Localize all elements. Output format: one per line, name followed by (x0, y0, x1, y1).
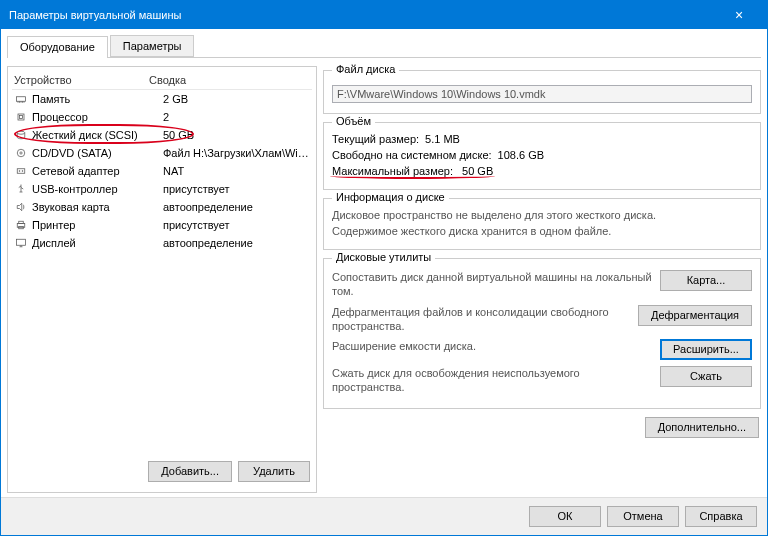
sound-icon (14, 200, 28, 214)
device-row[interactable]: Сетевой адаптерNAT (12, 162, 312, 180)
device-name: Сетевой адаптер (32, 165, 163, 177)
vm-settings-window: Параметры виртуальной машины × Оборудова… (0, 0, 768, 536)
device-row[interactable]: Звуковая картаавтоопределение (12, 198, 312, 216)
close-icon[interactable]: × (719, 7, 759, 23)
info-group-title: Информация о диске (332, 191, 449, 203)
remove-button[interactable]: Удалить (238, 461, 310, 482)
volume-group: Объём Текущий размер: 5.1 MB Свободно на… (323, 122, 761, 190)
header-summary: Сводка (149, 74, 186, 86)
compact-desc: Сжать диск для освобождения неиспользуем… (332, 366, 652, 395)
titlebar: Параметры виртуальной машины × (1, 1, 767, 29)
svg-rect-15 (19, 221, 24, 223)
device-summary: NAT (163, 165, 310, 177)
utilities-group: Дисковые утилиты Сопоставить диск данной… (323, 258, 761, 409)
map-desc: Сопоставить диск данной виртуальной маши… (332, 270, 652, 299)
cd-icon (14, 146, 28, 160)
device-row[interactable]: Принтерприсутствует (12, 216, 312, 234)
dialog-footer: ОК Отмена Справка (1, 497, 767, 535)
device-row[interactable]: Дисплейавтоопределение (12, 234, 312, 252)
device-row[interactable]: Процессор2 (12, 108, 312, 126)
device-name: CD/DVD (SATA) (32, 147, 163, 159)
info-line-1: Дисковое пространство не выделено для эт… (332, 207, 752, 223)
svg-point-13 (22, 170, 24, 172)
device-summary: автоопределение (163, 201, 310, 213)
defrag-button[interactable]: Дефрагментация (638, 305, 752, 326)
volume-group-title: Объём (332, 115, 375, 127)
device-table: Устройство Сводка Память2 GBПроцессор2Же… (12, 71, 312, 455)
device-name: USB-контроллер (32, 183, 163, 195)
svg-rect-7 (20, 116, 23, 119)
advanced-button[interactable]: Дополнительно... (645, 417, 759, 438)
hdd-icon (14, 128, 28, 142)
device-table-header: Устройство Сводка (12, 71, 312, 90)
highlight-underline (330, 173, 495, 179)
device-name: Принтер (32, 219, 163, 231)
free-space-label: Свободно на системном диске: (332, 149, 492, 161)
device-summary: 2 GB (163, 93, 310, 105)
free-space-value: 108.6 GB (498, 149, 544, 161)
tab-strip: Оборудование Параметры (7, 35, 761, 58)
device-name: Дисплей (32, 237, 163, 249)
net-icon (14, 164, 28, 178)
map-button[interactable]: Карта... (660, 270, 752, 291)
cpu-icon (14, 110, 28, 124)
device-summary: Файл H:\Загрузки\Хлам\Win... (163, 147, 310, 159)
device-name: Память (32, 93, 163, 105)
device-row[interactable]: Жесткий диск (SCSI)50 GB (12, 126, 312, 144)
usb-icon (14, 182, 28, 196)
tab-hardware[interactable]: Оборудование (7, 36, 108, 58)
current-size-value: 5.1 MB (425, 133, 460, 145)
device-name: Жесткий диск (SCSI) (32, 129, 163, 141)
ok-button[interactable]: ОК (529, 506, 601, 527)
help-button[interactable]: Справка (685, 506, 757, 527)
cancel-button[interactable]: Отмена (607, 506, 679, 527)
tab-options[interactable]: Параметры (110, 35, 195, 57)
svg-point-10 (20, 152, 22, 154)
content-area: Оборудование Параметры Устройство Сводка… (1, 29, 767, 497)
device-name: Процессор (32, 111, 163, 123)
details-panel: Файл диска Объём Текущий размер: 5.1 MB … (323, 66, 761, 493)
device-row[interactable]: USB-контроллерприсутствует (12, 180, 312, 198)
device-row[interactable]: Память2 GB (12, 90, 312, 108)
svg-point-9 (17, 149, 25, 157)
memory-icon (14, 92, 28, 106)
device-name: Звуковая карта (32, 201, 163, 213)
file-group: Файл диска (323, 70, 761, 114)
svg-point-8 (17, 131, 25, 134)
info-line-2: Содержимое жесткого диска хранится в одн… (332, 223, 752, 239)
device-summary: присутствует (163, 183, 310, 195)
add-button[interactable]: Добавить... (148, 461, 232, 482)
svg-rect-6 (18, 114, 24, 120)
svg-rect-0 (17, 97, 26, 102)
expand-button[interactable]: Расширить... (660, 339, 752, 360)
current-size-label: Текущий размер: (332, 133, 419, 145)
printer-icon (14, 218, 28, 232)
file-group-title: Файл диска (332, 63, 399, 75)
utilities-group-title: Дисковые утилиты (332, 251, 435, 263)
header-device: Устройство (14, 74, 149, 86)
device-row[interactable]: CD/DVD (SATA)Файл H:\Загрузки\Хлам\Win..… (12, 144, 312, 162)
display-icon (14, 236, 28, 250)
svg-rect-17 (17, 239, 26, 245)
compact-button[interactable]: Сжать (660, 366, 752, 387)
device-summary: присутствует (163, 219, 310, 231)
disk-file-path[interactable] (332, 85, 752, 103)
svg-point-12 (19, 170, 21, 172)
defrag-desc: Дефрагментация файлов и консолидации сво… (332, 305, 630, 334)
device-summary: 2 (163, 111, 310, 123)
window-title: Параметры виртуальной машины (9, 9, 719, 21)
info-group: Информация о диске Дисковое пространство… (323, 198, 761, 250)
device-summary: 50 GB (163, 129, 310, 141)
device-summary: автоопределение (163, 237, 310, 249)
device-panel: Устройство Сводка Память2 GBПроцессор2Же… (7, 66, 317, 493)
svg-rect-11 (17, 169, 25, 174)
expand-desc: Расширение емкости диска. (332, 339, 652, 353)
